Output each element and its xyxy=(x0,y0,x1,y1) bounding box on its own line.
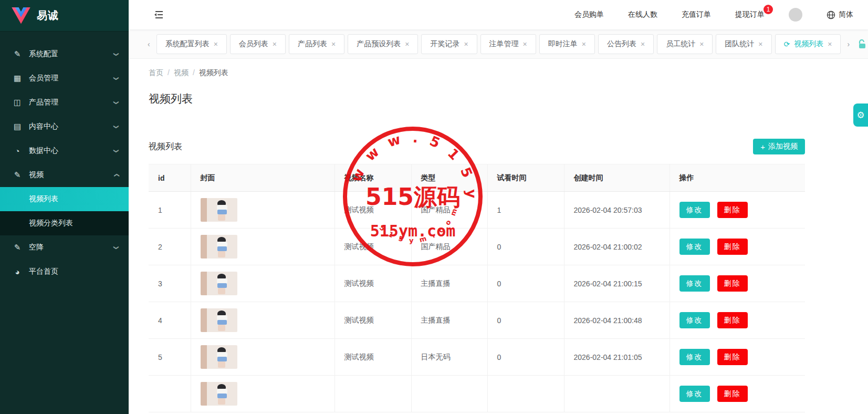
tabs-scroll-left-icon[interactable]: ‹ xyxy=(144,40,153,48)
video-thumbnail[interactable] xyxy=(201,198,237,222)
delete-button[interactable]: 删除 xyxy=(717,386,748,402)
sidebar-item-content-center[interactable]: ▤ 内容中心 ❯ xyxy=(0,115,129,139)
top-header: 会员购单 在线人数 充值订单 提现订单 1 简体 xyxy=(129,0,868,29)
close-icon[interactable]: × xyxy=(214,40,218,48)
breadcrumb: 首页 / 视频 / 视频列表 xyxy=(149,68,868,78)
main-area: 会员购单 在线人数 充值订单 提现订单 1 简体 ‹ 系统配置列表× 会员列表×… xyxy=(129,0,868,414)
sidebar-item-airdrop[interactable]: ✎ 空降 ❯ xyxy=(0,235,129,260)
sidebar-item-label: 系统配置 xyxy=(29,49,114,59)
edit-button[interactable]: 修改 xyxy=(679,202,710,218)
tab-staff-stats[interactable]: 员工统计× xyxy=(657,34,713,54)
cell-trial-time: 0 xyxy=(487,302,564,339)
delete-button[interactable]: 删除 xyxy=(717,312,748,328)
close-icon[interactable]: × xyxy=(828,40,832,48)
video-thumbnail[interactable] xyxy=(201,382,237,406)
table-row: 4 测试视频 主播直播 0 2026-02-04 21:00:48 修改删除 xyxy=(149,302,805,339)
withdraw-orders-link[interactable]: 提现订单 1 xyxy=(735,10,765,19)
sidebar-item-platform-home[interactable]: ◕ 平台首页 xyxy=(0,260,129,284)
video-thumbnail[interactable] xyxy=(201,308,237,332)
tab-announcement-list[interactable]: 公告列表× xyxy=(598,34,654,54)
chevron-up-icon: ❯ xyxy=(113,173,119,177)
add-video-label: 添加视频 xyxy=(768,142,798,151)
sidebar-item-video-list[interactable]: 视频列表 xyxy=(0,187,129,211)
tab-label: 产品列表 xyxy=(298,39,327,49)
cell-video-name: 测试视频 xyxy=(334,339,411,376)
tab-member-list[interactable]: 会员列表× xyxy=(230,34,286,54)
tab-lottery-records[interactable]: 开奖记录× xyxy=(421,34,477,54)
tab-label: 视频列表 xyxy=(794,39,823,49)
edit-button[interactable]: 修改 xyxy=(679,386,710,402)
edit-button[interactable]: 修改 xyxy=(679,349,710,365)
cell-trial-time: 0 xyxy=(487,339,564,376)
tab-product-list[interactable]: 产品列表× xyxy=(289,34,344,54)
grid-icon: ◫ xyxy=(13,98,22,107)
chevron-down-icon: ❯ xyxy=(113,100,119,105)
recharge-orders-link[interactable]: 充值订单 xyxy=(682,10,711,19)
member-orders-link[interactable]: 会员购单 xyxy=(574,10,604,19)
delete-button[interactable]: 删除 xyxy=(717,202,748,218)
language-switcher[interactable]: 简体 xyxy=(827,10,853,19)
sidebar-item-system-config[interactable]: ✎ 系统配置 ❯ xyxy=(0,42,129,66)
add-video-button[interactable]: + 添加视频 xyxy=(753,139,805,154)
close-icon[interactable]: × xyxy=(758,40,762,48)
delete-button[interactable]: 删除 xyxy=(717,239,748,255)
close-icon[interactable]: × xyxy=(699,40,704,48)
table-row: 3 测试视频 主播直播 0 2026-02-04 21:00:15 修改删除 xyxy=(149,265,805,302)
close-icon[interactable]: × xyxy=(582,40,586,48)
tab-realtime-bets[interactable]: 即时注单× xyxy=(539,34,595,54)
gear-icon: ⚙ xyxy=(856,110,864,121)
online-count-link[interactable]: 在线人数 xyxy=(628,10,657,19)
notification-badge: 1 xyxy=(764,5,773,14)
sidebar-item-label: 平台首页 xyxy=(29,267,118,276)
tab-product-preset-list[interactable]: 产品预设列表× xyxy=(348,34,418,54)
topbar-right: 会员购单 在线人数 充值订单 提现订单 1 简体 xyxy=(574,8,853,22)
cell-video-name: 测试视频 xyxy=(334,302,411,339)
edit-button[interactable]: 修改 xyxy=(679,239,710,255)
video-thumbnail[interactable] xyxy=(201,272,237,295)
edit-button[interactable]: 修改 xyxy=(679,312,710,328)
col-created-at: 创建时间 xyxy=(564,164,670,192)
tab-bet-management[interactable]: 注单管理× xyxy=(480,34,536,54)
tab-system-config-list[interactable]: 系统配置列表× xyxy=(156,34,227,54)
tab-label: 产品预设列表 xyxy=(357,39,401,49)
sidebar-item-member-management[interactable]: ▦ 会员管理 ❯ xyxy=(0,66,129,90)
tabs-scroll-right-icon[interactable]: › xyxy=(844,40,853,48)
sidebar-item-product-management[interactable]: ◫ 产品管理 ❯ xyxy=(0,90,129,115)
user-avatar[interactable] xyxy=(789,8,802,22)
sidebar-item-video-category-list[interactable]: 视频分类列表 xyxy=(0,211,129,235)
close-icon[interactable]: × xyxy=(523,40,527,48)
settings-gear-button[interactable]: ⚙ xyxy=(853,104,868,127)
breadcrumb-video[interactable]: 视频 xyxy=(174,68,189,78)
video-thumbnail[interactable] xyxy=(201,235,237,258)
tab-video-list[interactable]: ⟳ 视频列表 × xyxy=(775,34,841,54)
sidebar-menu: ✎ 系统配置 ❯ ▦ 会员管理 ❯ ◫ 产品管理 ❯ ▤ 内容中心 ❯ ◔ 数据 xyxy=(0,32,129,284)
breadcrumb-home[interactable]: 首页 xyxy=(149,68,163,78)
chevron-down-icon: ❯ xyxy=(113,76,119,80)
close-icon[interactable]: × xyxy=(273,40,277,48)
edit-button[interactable]: 修改 xyxy=(679,275,710,292)
cell-type xyxy=(411,376,487,412)
sidebar-item-label: 会员管理 xyxy=(29,74,114,83)
col-video-name: 视频名称 xyxy=(334,164,411,192)
video-list-card: 视频列表 + 添加视频 id 封面 视频名 xyxy=(149,139,805,412)
sidebar-item-video[interactable]: ✎ 视频 ❯ xyxy=(0,163,129,187)
sidebar-item-data-center[interactable]: ◔ 数据中心 ❯ xyxy=(0,139,129,163)
close-icon[interactable]: × xyxy=(641,40,645,48)
sidebar-collapse-icon[interactable] xyxy=(154,11,164,19)
delete-button[interactable]: 删除 xyxy=(717,349,748,365)
col-trial-time: 试看时间 xyxy=(487,164,564,192)
tab-team-stats[interactable]: 团队统计× xyxy=(716,34,771,54)
col-cover: 封面 xyxy=(191,164,334,192)
dashboard-icon: ◕ xyxy=(13,267,22,276)
close-icon[interactable]: × xyxy=(464,40,468,48)
refresh-icon[interactable]: ⟳ xyxy=(784,40,790,48)
lock-icon[interactable] xyxy=(858,39,866,49)
tab-label: 员工统计 xyxy=(666,39,695,49)
video-thumbnail[interactable] xyxy=(201,345,237,369)
cell-created-at: 2026-02-04 21:00:02 xyxy=(564,229,670,265)
close-icon[interactable]: × xyxy=(331,40,336,48)
close-icon[interactable]: × xyxy=(405,40,409,48)
page-title: 视频列表 xyxy=(149,91,868,106)
cell-id: 2 xyxy=(149,229,191,265)
delete-button[interactable]: 删除 xyxy=(717,275,748,292)
